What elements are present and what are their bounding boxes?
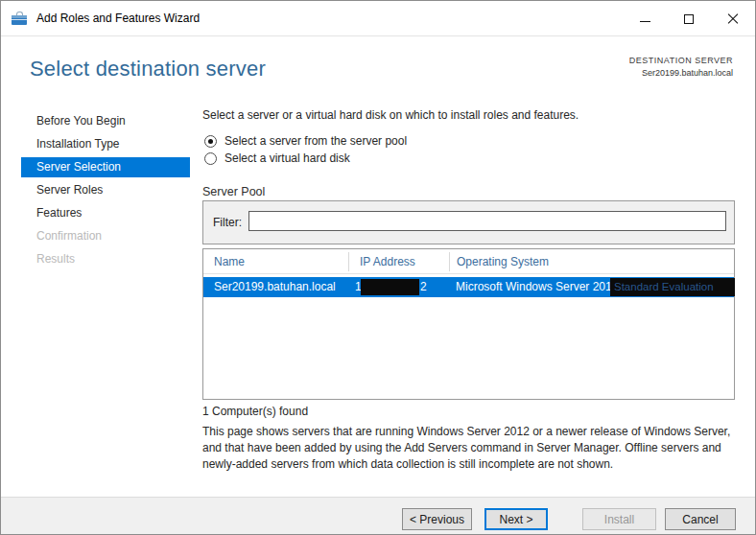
close-icon — [727, 13, 739, 25]
destination-label: DESTINATION SERVER — [629, 56, 733, 65]
filter-label: Filter: — [213, 216, 242, 229]
title-bar: Add Roles and Features Wizard — [1, 1, 755, 36]
os-redaction-box: Standard Evaluation — [610, 278, 735, 296]
maximize-icon — [684, 14, 694, 24]
page-description: This page shows servers that are running… — [202, 424, 738, 473]
sidebar-item-installation-type[interactable]: Installation Type — [21, 132, 190, 155]
column-divider — [449, 252, 450, 271]
sidebar-item-results: Results — [21, 247, 190, 270]
radio-unselected-icon — [204, 152, 217, 165]
destination-server-name: Ser20199.batuhan.local — [629, 68, 733, 78]
column-divider — [348, 252, 349, 271]
minimize-button[interactable] — [623, 1, 667, 36]
sidebar-item-features[interactable]: Features — [21, 201, 190, 224]
column-header-operating-system[interactable]: Operating System — [457, 255, 549, 268]
table-row-server[interactable]: Ser20199.batuhan.local 1 2 Microsoft Win… — [203, 277, 734, 297]
cell-operating-system: Microsoft Windows Server 2019 — [456, 280, 618, 293]
cancel-button[interactable]: Cancel — [665, 508, 736, 530]
server-pool-table: Name IP Address Operating System Ser2019… — [202, 248, 735, 400]
wizard-steps-sidebar: Before You Begin Installation Type Serve… — [21, 109, 190, 270]
wizard-footer: < Previous Next > Install Cancel — [1, 497, 755, 535]
computers-found-count: 1 Computer(s) found — [202, 405, 308, 418]
minimize-icon — [640, 21, 650, 22]
cell-server-name: Ser20199.batuhan.local — [214, 280, 336, 293]
sidebar-item-server-selection[interactable]: Server Selection — [21, 157, 190, 177]
radio-select-virtual-hard-disk[interactable]: Select a virtual hard disk — [204, 151, 350, 165]
maximize-button[interactable] — [667, 1, 711, 36]
window-controls — [623, 1, 755, 36]
radio-label: Select a server from the server pool — [224, 134, 407, 148]
radio-label: Select a virtual hard disk — [224, 151, 350, 165]
filter-input[interactable] — [248, 211, 726, 231]
server-pool-title: Server Pool — [202, 185, 265, 198]
destination-block: DESTINATION SERVER Ser20199.batuhan.loca… — [629, 56, 733, 78]
sidebar-item-confirmation: Confirmation — [21, 224, 190, 247]
sidebar-item-server-roles[interactable]: Server Roles — [21, 178, 190, 201]
install-button: Install — [582, 508, 656, 530]
column-header-name[interactable]: Name — [214, 255, 245, 268]
intro-text: Select a server or a virtual hard disk o… — [202, 108, 579, 122]
sidebar-item-before-you-begin[interactable]: Before You Begin — [21, 109, 190, 132]
cell-ip-suffix: 2 — [420, 280, 427, 293]
radio-selected-icon — [204, 135, 217, 148]
column-header-ip-address[interactable]: IP Address — [360, 255, 415, 268]
page-title: Select destination server — [30, 57, 266, 81]
previous-button[interactable]: < Previous — [402, 508, 472, 530]
close-button[interactable] — [711, 1, 755, 36]
next-button[interactable]: Next > — [484, 508, 548, 530]
app-toolbox-icon — [12, 12, 28, 26]
table-header-row: Name IP Address Operating System — [203, 249, 734, 274]
filter-group: Filter: — [202, 200, 735, 244]
wizard-window: Add Roles and Features Wizard Select des… — [0, 0, 756, 535]
ip-redaction-box — [361, 279, 419, 295]
window-title: Add Roles and Features Wizard — [36, 12, 200, 25]
radio-select-server-pool[interactable]: Select a server from the server pool — [204, 134, 407, 148]
